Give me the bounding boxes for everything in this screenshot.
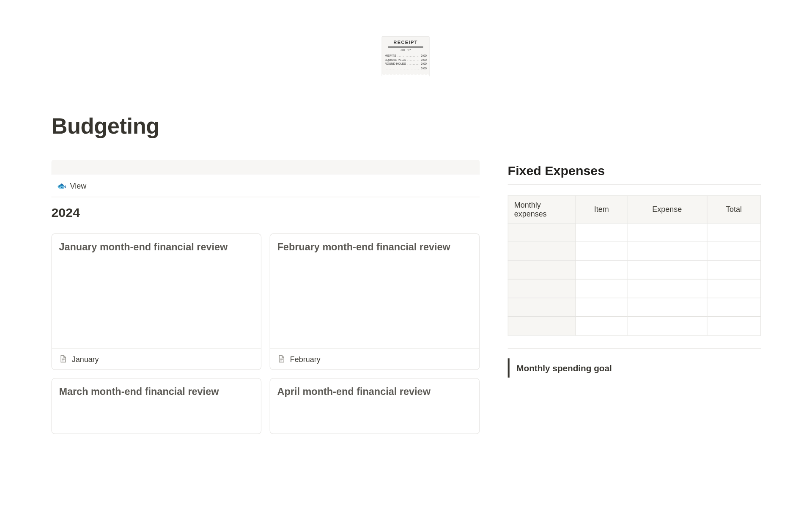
total-cell[interactable] [707, 317, 760, 335]
database-header-strip [51, 160, 480, 175]
table-row[interactable] [508, 242, 761, 260]
page-icon-area: RECEIPT JUL 17 MISFITS0.00 SQUARE PEGS0.… [0, 0, 811, 77]
receipt-line-amount: 0.00 [421, 54, 426, 58]
card-footer[interactable]: January [52, 348, 261, 370]
card-april[interactable]: April month-end financial review [270, 378, 480, 434]
total-cell[interactable] [707, 260, 760, 279]
card-title: February month-end financial review [270, 234, 479, 253]
row-label-cell[interactable] [508, 279, 576, 298]
row-label-cell[interactable] [508, 223, 576, 242]
table-row[interactable] [508, 279, 761, 298]
total-cell[interactable] [707, 279, 760, 298]
fish-icon: 🐟 [57, 182, 66, 189]
card-march[interactable]: March month-end financial review [51, 378, 261, 434]
expense-cell[interactable] [627, 298, 707, 316]
section-divider [508, 348, 761, 349]
monthly-spending-goal-callout[interactable]: Monthly spending goal [508, 358, 761, 378]
receipt-total-amount: 0.00 [421, 67, 426, 70]
doc-icon [277, 355, 285, 363]
fixed-expenses-tbody [508, 223, 761, 335]
receipt-line-amount: 0.00 [421, 58, 426, 62]
card-month-label: February [290, 355, 321, 364]
card-january[interactable]: January month-end financial review Janua… [51, 233, 261, 370]
item-cell[interactable] [576, 223, 627, 242]
total-cell[interactable] [707, 242, 760, 260]
receipt-line-label: MISFITS [384, 54, 420, 58]
card-february[interactable]: February month-end financial review Febr… [270, 233, 480, 370]
card-title: January month-end financial review [52, 234, 261, 253]
item-cell[interactable] [576, 242, 627, 260]
card-title: March month-end financial review [52, 379, 261, 398]
item-cell[interactable] [576, 279, 627, 298]
section-title-fixed-expenses[interactable]: Fixed Expenses [508, 160, 761, 185]
receipt-line-label: ROUND HOLES [384, 63, 420, 66]
receipt-title: RECEIPT [384, 40, 426, 45]
view-label: View [70, 181, 87, 190]
total-cell[interactable] [707, 223, 760, 242]
table-row[interactable] [508, 317, 761, 335]
table-row[interactable] [508, 298, 761, 316]
view-tab[interactable]: 🐟 View [51, 175, 480, 197]
item-cell[interactable] [576, 317, 627, 335]
cards-grid: January month-end financial review Janua… [51, 233, 480, 434]
expense-cell[interactable] [627, 260, 707, 279]
expense-cell[interactable] [627, 242, 707, 260]
expense-cell[interactable] [627, 317, 707, 335]
expense-cell[interactable] [627, 279, 707, 298]
card-footer[interactable]: February [270, 348, 479, 370]
doc-icon [59, 355, 67, 363]
item-cell[interactable] [576, 298, 627, 316]
total-cell[interactable] [707, 298, 760, 316]
row-label-cell[interactable] [508, 298, 576, 316]
page-title[interactable]: Budgeting [51, 114, 811, 139]
receipt-icon: RECEIPT JUL 17 MISFITS0.00 SQUARE PEGS0.… [382, 36, 430, 77]
table-header-item[interactable]: Item [576, 196, 627, 223]
table-row[interactable] [508, 223, 761, 242]
table-header-total[interactable]: Total [707, 196, 760, 223]
receipt-total-label [384, 67, 420, 70]
receipt-line-amount: 0.00 [421, 63, 426, 66]
callout-text: Monthly spending goal [516, 363, 612, 373]
table-header-expense[interactable]: Expense [627, 196, 707, 223]
group-heading-year[interactable]: 2024 [51, 206, 480, 221]
expense-cell[interactable] [627, 223, 707, 242]
receipt-date: JUL 17 [384, 49, 426, 52]
row-label-cell[interactable] [508, 242, 576, 260]
card-month-label: January [72, 355, 99, 364]
table-row[interactable] [508, 260, 761, 279]
row-label-cell[interactable] [508, 317, 576, 335]
fixed-expenses-table[interactable]: Monthly expenses Item Expense Total [508, 195, 761, 335]
row-label-cell[interactable] [508, 260, 576, 279]
card-title: April month-end financial review [270, 379, 479, 398]
receipt-line-label: SQUARE PEGS [384, 58, 420, 62]
table-header-rowhead[interactable]: Monthly expenses [508, 196, 576, 223]
item-cell[interactable] [576, 260, 627, 279]
